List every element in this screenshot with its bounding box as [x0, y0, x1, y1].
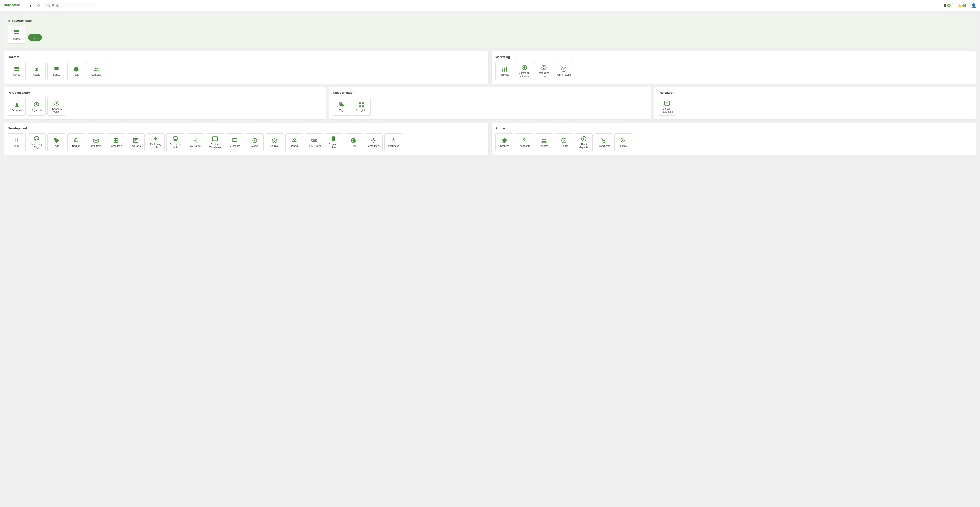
- add-remove-favorites-button[interactable]: + / −: [28, 34, 42, 41]
- marketing-section: Marketing Analytics Campaign publisher: [492, 51, 976, 84]
- dev-app-publishing-tools[interactable]: Publishing tools: [146, 134, 164, 151]
- svg-rect-42: [116, 141, 118, 143]
- admin-app-visitors[interactable]: Visitors: [535, 134, 553, 151]
- jcr-icon: [14, 137, 20, 145]
- categorisation-apps-grid: Tags Categories: [333, 98, 647, 116]
- tasks-button[interactable]: ☰ 0: [942, 3, 953, 8]
- app-analytics[interactable]: Analytics: [495, 62, 513, 80]
- dev-app-jcr[interactable]: JCR: [8, 134, 26, 151]
- dev-app-content-translation[interactable]: Content Translation: [206, 134, 224, 151]
- app-preview-visitor[interactable]: Preview as visitor: [48, 98, 65, 116]
- visitors-icon: [541, 137, 547, 145]
- logo: magnolia: [4, 2, 25, 9]
- dev-app-tags[interactable]: Tags: [48, 134, 65, 151]
- svg-point-60: [563, 141, 564, 141]
- app-personas[interactable]: Personas: [8, 98, 26, 116]
- categorisation-section: Categorisation Tags Categories: [329, 87, 651, 120]
- dev-app-configuration[interactable]: Configuration: [365, 134, 383, 151]
- svg-rect-2: [14, 32, 19, 32]
- app-abn-testing[interactable]: A/B A/B/n Testing: [555, 62, 573, 80]
- favorites-icon[interactable]: ☆: [37, 3, 40, 8]
- svg-point-48: [196, 141, 197, 142]
- groovy-icon: [251, 137, 258, 145]
- svg-rect-40: [114, 141, 116, 143]
- svg-point-17: [544, 66, 545, 67]
- dev-app-log-tools[interactable]: Log Tools: [127, 134, 145, 151]
- repository-tools-icon: [172, 136, 178, 143]
- svg-point-54: [523, 138, 525, 140]
- configuration-label: Configuration: [367, 145, 380, 148]
- admin-app-ecommerce[interactable]: E-commerce: [595, 134, 612, 151]
- app-assets[interactable]: Assets: [28, 62, 46, 80]
- svg-rect-49: [212, 137, 218, 141]
- user-profile-icon[interactable]: 👤: [971, 3, 976, 8]
- dev-tags-label: Tags: [54, 145, 59, 148]
- content-translation-label: Content Translation: [659, 107, 675, 113]
- svg-point-10: [96, 67, 98, 69]
- dev-app-sample[interactable]: Sample: [266, 134, 283, 151]
- dev-app-site[interactable]: Site: [345, 134, 363, 151]
- mail-tools-icon: [93, 137, 99, 145]
- dev-app-graphql[interactable]: GraphQL: [285, 134, 303, 151]
- apps-grid-icon[interactable]: ⠿: [30, 3, 33, 8]
- rest-client-icon: [311, 137, 317, 145]
- categorisation-title: Categorisation: [333, 91, 647, 94]
- dev-app-resource-files[interactable]: Resource Files: [325, 134, 343, 151]
- dev-app-messages[interactable]: Messages: [226, 134, 244, 151]
- svg-rect-39: [114, 138, 116, 140]
- app-content-translation[interactable]: Content Translation: [658, 98, 676, 116]
- dev-marketing-tags-icon: [33, 136, 40, 143]
- messages-icon: [232, 137, 238, 145]
- dev-app-mail-tools[interactable]: Mail tools: [87, 134, 105, 151]
- tours-label: Tours: [73, 73, 79, 76]
- app-contacts[interactable]: Contacts: [87, 62, 105, 80]
- tours-icon: [73, 66, 79, 73]
- sections-row-1: Content Pages Assets: [4, 51, 976, 84]
- app-marketing-tags[interactable]: Marketing Tags: [535, 62, 553, 80]
- admin-app-feeds[interactable]: Feeds: [614, 134, 632, 151]
- app-campaign-publisher[interactable]: Campaign publisher: [515, 62, 533, 80]
- backup-icon: [73, 137, 79, 145]
- campaign-icon: [521, 64, 527, 72]
- dev-app-rest-client[interactable]: REST Client: [305, 134, 323, 151]
- dev-app-backup[interactable]: Backup: [67, 134, 85, 151]
- admin-app-security[interactable]: Security: [495, 134, 513, 151]
- app-pages[interactable]: Pages: [8, 62, 26, 80]
- favorite-app-pages[interactable]: Pages: [8, 26, 25, 44]
- cache-tools-label: Cache tools: [110, 145, 122, 148]
- dev-app-repository-tools[interactable]: Repository tools: [166, 134, 185, 151]
- dev-app-cache-tools[interactable]: Cache tools: [107, 134, 125, 151]
- dev-app-groovy[interactable]: Groovy: [246, 134, 264, 151]
- app-stories[interactable]: Stories: [48, 62, 65, 80]
- notifications-button[interactable]: 🔔 0: [956, 3, 968, 8]
- svg-point-31: [15, 140, 16, 141]
- sample-icon: [271, 137, 278, 145]
- feeds-label: Feeds: [620, 145, 627, 148]
- svg-point-44: [173, 137, 177, 138]
- jcr-tools-icon: [192, 137, 198, 145]
- admin-app-passwords[interactable]: Passwords: [515, 134, 533, 151]
- search-icon: 🔍: [47, 4, 51, 7]
- content-section: Content Pages Assets: [4, 51, 488, 84]
- personas-label: Personas: [12, 109, 22, 112]
- site-label: Site: [352, 145, 356, 148]
- abn-testing-label: A/B/n Testing: [557, 73, 571, 76]
- admin-app-cookies[interactable]: Cookies: [555, 134, 573, 151]
- dev-app-jcr-tools[interactable]: JCR Tools: [186, 134, 204, 151]
- svg-point-63: [604, 141, 605, 143]
- app-segments[interactable]: Segments: [28, 98, 46, 116]
- personalisation-section: Personalisation Personas Segments: [4, 87, 326, 120]
- search-bar[interactable]: 🔍 Find...: [44, 3, 96, 8]
- groovy-label: Groovy: [251, 145, 258, 148]
- pages-icon: [13, 29, 19, 36]
- app-tags[interactable]: Tags: [333, 98, 351, 116]
- app-categories[interactable]: Categories: [353, 98, 371, 116]
- dev-app-marketing-tags[interactable]: Marketing Tags: [28, 134, 46, 151]
- dev-app-definitions[interactable]: Definitions: [385, 134, 402, 151]
- app-tours[interactable]: Tours: [67, 62, 85, 80]
- notifications-count: 0: [962, 4, 966, 7]
- stories-icon: [53, 66, 59, 73]
- development-section: Development JCR Marketing Tags: [4, 122, 488, 155]
- segments-label: Segments: [31, 109, 42, 112]
- admin-app-about-magnolia[interactable]: About Magnolia: [575, 134, 593, 151]
